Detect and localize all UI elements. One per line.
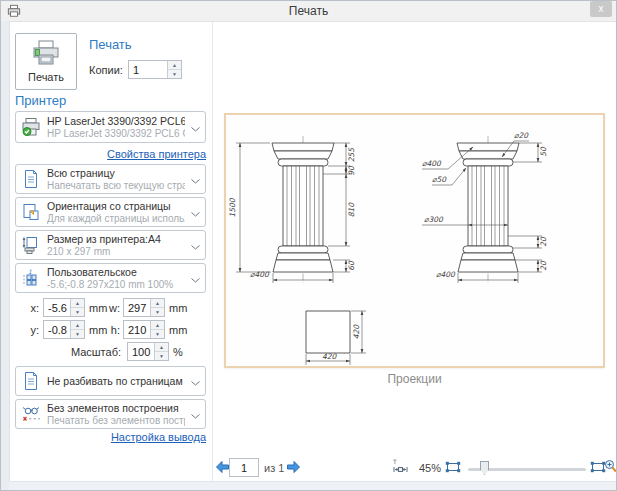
dropdown-print-range[interactable]: Всю страницу Напечатать всю текущую стра…: [15, 164, 206, 194]
close-button[interactable]: x: [590, 1, 612, 17]
dropdown-subtitle: Печатать без элементов построе...: [47, 415, 185, 426]
spin-down-icon[interactable]: ▼: [71, 330, 84, 338]
spin-up-icon[interactable]: ▲: [71, 299, 84, 308]
dropdown-orientation[interactable]: Ориентация со страницы Для каждой страни…: [15, 197, 206, 227]
y-stepper[interactable]: ▲▼: [43, 320, 85, 339]
spin-down-icon[interactable]: ▼: [155, 352, 168, 360]
page-orientation-icon: [21, 202, 41, 222]
dim-label: ⌀400: [422, 159, 442, 168]
dropdown-title: Без элементов построения: [47, 402, 185, 414]
scale-input[interactable]: [128, 343, 154, 360]
h-unit: mm: [169, 324, 187, 336]
dim-label: 20: [539, 260, 548, 271]
w-input[interactable]: [124, 299, 150, 316]
dropdown-page-split[interactable]: Не разбивать по страницам: [15, 366, 206, 396]
dim-label: 90: [347, 165, 356, 176]
window-title: Печать: [1, 4, 616, 18]
svg-text:1: 1: [28, 268, 32, 275]
print-preview-page[interactable]: 1500 255 90 810 60 ⌀400: [224, 113, 605, 368]
print-button[interactable]: Печать: [15, 33, 77, 90]
print-section-heading: Печать: [89, 37, 132, 52]
dropdown-title: Ориентация со страницы: [47, 200, 185, 212]
dropdown-subtitle: -5.6;-0.8 297x210 mm 100%: [47, 279, 185, 290]
y-input[interactable]: [44, 321, 70, 338]
h-label: h:: [105, 324, 120, 336]
copies-stepper[interactable]: ▲▼: [128, 60, 182, 79]
scale-unit: %: [173, 346, 183, 358]
paper-size-icon: [21, 235, 41, 255]
dropdown-placement-custom[interactable]: 1 Пользовательское -5.6;-0.8 297x210 mm …: [15, 263, 206, 293]
page-count-label: из 1: [264, 462, 284, 474]
custom-placement-icon: 1: [21, 268, 41, 288]
document-icon: [21, 169, 41, 189]
next-page-button[interactable]: [286, 460, 301, 477]
spin-down-icon[interactable]: ▼: [151, 308, 164, 316]
dim-label: 420: [322, 352, 338, 361]
bottom-edge-strip: [9, 481, 616, 490]
fit-width-icon[interactable]: [445, 461, 461, 476]
print-scale-icon[interactable]: T: [392, 459, 409, 476]
copies-down-icon[interactable]: ▼: [168, 70, 181, 78]
page-number-input[interactable]: [229, 458, 259, 477]
h-input[interactable]: [124, 321, 150, 338]
printer-name: HP LaserJet 3390/3392 PCL6 Class ...: [47, 115, 185, 127]
print-button-label: Печать: [28, 71, 64, 83]
zoom-slider-thumb[interactable]: [480, 461, 489, 475]
dropdown-paper-size[interactable]: Размер из принтера:A4 210 x 297 mm: [15, 230, 206, 260]
chevron-down-icon: [191, 170, 200, 188]
previous-page-button[interactable]: [215, 460, 230, 477]
dim-label: 20: [539, 236, 548, 247]
h-stepper[interactable]: ▲▼: [123, 320, 165, 339]
dim-label: ⌀400: [250, 270, 270, 279]
titlebar: Печать x: [1, 1, 616, 22]
x-stepper[interactable]: ▲▼: [43, 298, 85, 317]
dim-label: 420: [352, 324, 361, 340]
w-stepper[interactable]: ▲▼: [123, 298, 165, 317]
panel-separator: [212, 21, 213, 482]
scale-stepper[interactable]: ▲▼: [127, 342, 169, 361]
scale-label: Масштаб:: [59, 346, 121, 358]
dropdown-subtitle: Напечатать всю текущую стран...: [47, 180, 185, 191]
copies-input[interactable]: [129, 61, 167, 78]
zoom-magnifier-icon[interactable]: [604, 459, 617, 476]
dim-label: ⌀300: [424, 215, 444, 224]
spin-up-icon[interactable]: ▲: [151, 321, 164, 330]
chevron-down-icon: [191, 372, 200, 390]
spin-up-icon[interactable]: ▲: [155, 343, 168, 352]
preview-caption: Проекции: [224, 372, 605, 386]
w-label: w:: [105, 302, 120, 314]
print-dialog: Печать x Печать Печать Копии: ▲▼ Принтер…: [0, 0, 617, 491]
copies-label: Копии:: [89, 64, 123, 76]
copies-up-icon[interactable]: ▲: [168, 61, 181, 70]
printer-section-heading: Принтер: [15, 93, 66, 108]
zoom-percentage: 45%: [419, 462, 441, 474]
x-label: x:: [23, 302, 39, 314]
printer-select[interactable]: HP LaserJet 3390/3392 PCL6 Class ... HP …: [15, 111, 206, 143]
dim-label: 50: [539, 146, 548, 157]
dim-label: 1500: [228, 197, 237, 217]
dropdown-subtitle: 210 x 297 mm: [47, 246, 185, 257]
technical-drawing: 1500 255 90 810 60 ⌀400: [226, 115, 603, 366]
y-label: y:: [23, 324, 39, 336]
chevron-down-icon: [191, 269, 200, 287]
dim-label: ⌀400: [436, 270, 456, 279]
dropdown-construction-elements[interactable]: Без элементов построения Печатать без эл…: [15, 399, 206, 429]
spin-up-icon[interactable]: ▲: [151, 299, 164, 308]
dropdown-title: Всю страницу: [47, 167, 185, 179]
chevron-down-icon: [191, 405, 200, 423]
spin-down-icon[interactable]: ▼: [151, 330, 164, 338]
dim-label: ⌀20: [514, 131, 529, 140]
chevron-down-icon: [191, 118, 200, 136]
printer-subtitle: HP LaserJet 3390/3392 PCL6 Class ...: [47, 128, 185, 139]
dim-label: 60: [347, 260, 356, 271]
printer-properties-link[interactable]: Свойства принтера: [15, 148, 206, 160]
output-settings-link[interactable]: Настройка вывода: [15, 431, 206, 443]
chevron-down-icon: [191, 236, 200, 254]
printer-big-icon: [31, 40, 61, 68]
spin-down-icon[interactable]: ▼: [71, 308, 84, 316]
chevron-down-icon: [191, 203, 200, 221]
spin-up-icon[interactable]: ▲: [71, 321, 84, 330]
dropdown-title: Размер из принтера:A4: [47, 233, 185, 245]
x-input[interactable]: [44, 299, 70, 316]
dropdown-title: Пользовательское: [47, 266, 185, 278]
